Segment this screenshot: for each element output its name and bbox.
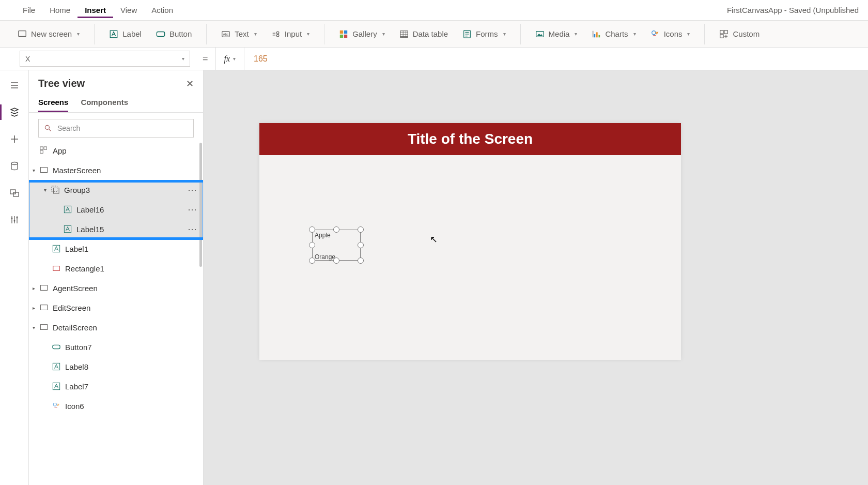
resize-handle-bm[interactable]: [333, 257, 339, 264]
resize-handle-bl[interactable]: [309, 257, 315, 264]
resize-handle-br[interactable]: [358, 257, 364, 264]
tree-list[interactable]: App ▾ MasterScreen ▾ Group3 ⋯: [29, 141, 203, 485]
formula-input[interactable]: 165: [244, 48, 277, 70]
new-screen-button[interactable]: New screen ▾: [11, 24, 86, 44]
data-icon[interactable]: [9, 160, 20, 172]
label-icon: [52, 244, 61, 253]
menu-action[interactable]: Action: [144, 3, 180, 18]
text-dropdown[interactable]: Abc Text ▾: [215, 24, 263, 44]
tab-screens[interactable]: Screens: [38, 96, 68, 112]
fx-button[interactable]: fx ▾: [215, 48, 245, 70]
property-selector[interactable]: X ▾: [20, 51, 190, 67]
menu-file[interactable]: File: [16, 3, 42, 18]
svg-rect-0: [19, 31, 26, 36]
canvas-area[interactable]: Title of the Screen Apple Orange ↖: [204, 70, 868, 485]
resize-handle-tl[interactable]: [309, 226, 315, 233]
input-dropdown[interactable]: Input ▾: [265, 24, 316, 44]
charts-dropdown[interactable]: Charts ▾: [585, 24, 642, 44]
close-icon[interactable]: ✕: [186, 78, 194, 89]
expand-icon[interactable]: ▾: [30, 325, 37, 330]
tree-node-icon6[interactable]: Icon6: [29, 396, 203, 416]
svg-rect-14: [594, 34, 596, 37]
svg-rect-29: [44, 147, 47, 149]
tree-node-label8[interactable]: Label8: [29, 357, 203, 376]
tree-node-agentscreen[interactable]: ▸ AgentScreen: [29, 278, 203, 298]
group-item-apple[interactable]: Apple: [315, 232, 358, 238]
media-panel-icon[interactable]: [9, 187, 20, 199]
hamburger-icon[interactable]: [9, 80, 20, 91]
tree-node-editscreen[interactable]: ▸ EditScreen: [29, 298, 203, 317]
more-icon[interactable]: ⋯: [188, 204, 198, 215]
chevron-down-icon: ▾: [254, 31, 257, 37]
tree-node-app[interactable]: App: [29, 141, 203, 160]
menu-insert[interactable]: Insert: [78, 3, 113, 18]
resize-handle-mr[interactable]: [358, 242, 364, 248]
resize-handle-tm[interactable]: [333, 226, 339, 233]
selection-group3[interactable]: Apple Orange: [309, 226, 364, 264]
chevron-down-icon: ▾: [503, 31, 506, 37]
charts-icon: [592, 29, 601, 39]
tree-node-label15[interactable]: Label15 ⋯: [29, 219, 203, 239]
menu-view[interactable]: View: [113, 3, 144, 18]
cursor-icon: ↖: [430, 234, 438, 245]
svg-point-21: [11, 162, 18, 165]
rectangle-icon: [52, 264, 61, 273]
tree-node-masterscreen[interactable]: ▾ MasterScreen: [29, 160, 203, 180]
document-title: FirstCanvasApp - Saved (Unpublished: [727, 6, 859, 14]
expand-icon[interactable]: ▸: [30, 305, 37, 311]
svg-rect-13: [536, 31, 543, 37]
property-name: X: [25, 55, 30, 63]
insert-icon[interactable]: [9, 133, 20, 145]
tree-node-detailscreen[interactable]: ▾ DetailScreen: [29, 317, 203, 337]
svg-rect-10: [344, 34, 347, 37]
left-rail: [0, 70, 29, 485]
tree-node-rectangle1[interactable]: Rectangle1: [29, 259, 203, 278]
svg-point-27: [45, 125, 49, 129]
data-table-button[interactable]: Data table: [393, 24, 454, 44]
tree-node-label16[interactable]: Label16 ⋯: [29, 200, 203, 219]
svg-text:Abc: Abc: [223, 32, 229, 36]
more-icon[interactable]: ⋯: [188, 223, 198, 235]
svg-rect-18: [720, 30, 723, 33]
menu-home[interactable]: Home: [42, 3, 78, 18]
label-button[interactable]: Label: [103, 24, 148, 44]
expand-icon[interactable]: ▾: [41, 187, 49, 193]
tree-view-icon[interactable]: [9, 107, 20, 118]
tree-node-button7[interactable]: Button7: [29, 337, 203, 357]
advanced-tools-icon[interactable]: [9, 214, 20, 225]
gallery-dropdown[interactable]: Gallery ▾: [333, 24, 391, 44]
svg-rect-22: [10, 190, 16, 194]
screen-title-rectangle[interactable]: Title of the Screen: [259, 123, 681, 155]
tree-node-label: App: [53, 146, 67, 155]
tree-node-label: Label8: [65, 362, 88, 371]
button-button[interactable]: Button: [150, 24, 198, 44]
more-icon[interactable]: ⋯: [188, 184, 198, 195]
tree-view-panel: Tree view ✕ Screens Components Search Ap…: [29, 70, 204, 485]
forms-dropdown[interactable]: Forms ▾: [456, 24, 512, 44]
canvas-screen[interactable]: Title of the Screen Apple Orange ↖: [259, 123, 681, 360]
tree-node-label7[interactable]: Label7: [29, 376, 203, 396]
tree-node-group3[interactable]: ▾ Group3 ⋯: [29, 180, 203, 200]
resize-handle-ml[interactable]: [309, 242, 315, 248]
icons-icon: [52, 401, 61, 411]
media-dropdown[interactable]: Media ▾: [529, 24, 584, 44]
screen-icon: [39, 323, 49, 332]
custom-label: Custom: [733, 29, 760, 38]
charts-dropdown-label: Charts: [605, 29, 628, 38]
resize-handle-tr[interactable]: [358, 226, 364, 233]
fx-icon: fx: [224, 54, 230, 64]
expand-icon[interactable]: ▾: [30, 168, 37, 173]
svg-rect-7: [340, 30, 343, 33]
tree-node-label: AgentScreen: [53, 284, 98, 293]
tree-node-label1[interactable]: Label1: [29, 239, 203, 259]
custom-icon: [719, 29, 729, 39]
custom-button[interactable]: Custom: [713, 24, 766, 44]
tab-components[interactable]: Components: [81, 96, 128, 112]
search-input[interactable]: Search: [38, 119, 194, 138]
menu-bar: File Home Insert View Action FirstCanvas…: [0, 0, 868, 21]
gallery-dropdown-label: Gallery: [352, 29, 377, 38]
expand-icon[interactable]: ▸: [30, 285, 37, 291]
label-icon: [109, 29, 118, 39]
icons-dropdown[interactable]: Icons ▾: [644, 24, 696, 44]
tree-tabs: Screens Components: [29, 93, 203, 113]
